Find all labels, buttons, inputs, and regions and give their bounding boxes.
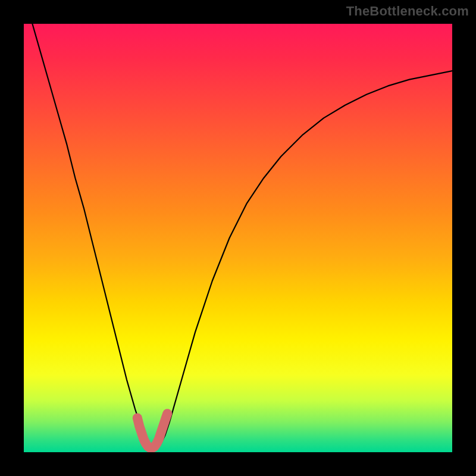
marker-band-path [137,414,167,448]
plot-area [24,24,452,452]
bottleneck-curve-path [24,24,452,448]
watermark-text: TheBottleneck.com [346,4,469,19]
chart-frame: TheBottleneck.com [0,0,476,476]
chart-svg [24,24,452,452]
